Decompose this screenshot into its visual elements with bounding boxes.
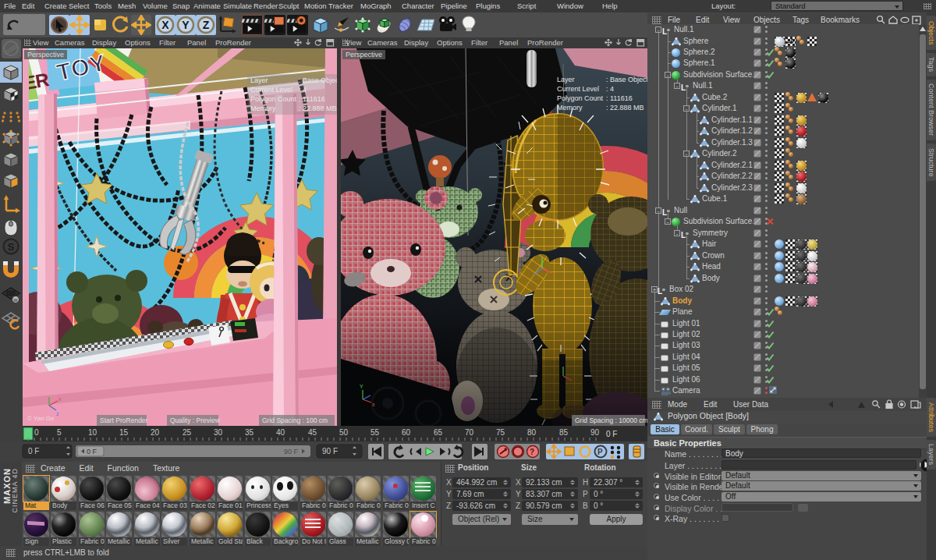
svg-text:30: 30 <box>214 428 223 437</box>
svg-text:0 F: 0 F <box>28 447 39 455</box>
svg-text:15: 15 <box>119 428 129 437</box>
svg-text:: 111616: : 111616 <box>606 94 633 102</box>
svg-text:Current Level: Current Level <box>557 85 599 93</box>
svg-text:x: x <box>58 396 62 402</box>
svg-text:35: 35 <box>245 428 254 437</box>
svg-text:z: z <box>56 411 59 416</box>
svg-text:80: 80 <box>527 428 537 437</box>
svg-text:: 22.888 MB: : 22.888 MB <box>606 104 644 112</box>
svg-text:0 F: 0 F <box>606 430 617 438</box>
svg-text:: Base Object: : Base Object <box>299 76 337 84</box>
svg-text:: 4: : 4 <box>299 86 307 94</box>
svg-text:Grid Spacing : 100 cm: Grid Spacing : 100 cm <box>262 416 328 424</box>
svg-text:Memory: Memory <box>250 105 276 112</box>
svg-text:90: 90 <box>590 428 600 437</box>
svg-text:Current Level: Current Level <box>250 86 292 94</box>
svg-text:Polygon Count: Polygon Count <box>557 94 604 102</box>
svg-text:Y: Y <box>182 19 190 31</box>
svg-text:Grid Spacing : 10000 cm: Grid Spacing : 10000 cm <box>575 416 647 424</box>
svg-text:Start ProRender: Start ProRender <box>100 416 148 424</box>
svg-text:75: 75 <box>496 428 505 437</box>
svg-text:0 F: 0 F <box>87 448 98 455</box>
svg-text:0: 0 <box>34 428 39 437</box>
svg-text:?: ? <box>530 448 534 456</box>
svg-text:65: 65 <box>434 428 443 437</box>
svg-text:Quality : Preview: Quality : Preview <box>170 416 221 424</box>
svg-text:Z: Z <box>203 19 210 31</box>
svg-text:10: 10 <box>88 428 98 437</box>
svg-text:40: 40 <box>276 428 285 437</box>
svg-text:Layer: Layer <box>250 76 268 84</box>
svg-text:S: S <box>8 241 15 253</box>
svg-text:70: 70 <box>465 428 474 437</box>
svg-text:Memory: Memory <box>557 104 583 112</box>
svg-text:5: 5 <box>57 428 62 437</box>
svg-text:90 F: 90 F <box>322 447 338 455</box>
svg-text:45: 45 <box>308 428 317 437</box>
svg-text:: Base Object: : Base Object <box>606 76 647 83</box>
svg-text:© Yan Ge: © Yan Ge <box>27 415 55 422</box>
svg-text:: 4: : 4 <box>606 85 614 93</box>
svg-text:Layer: Layer <box>557 76 575 83</box>
svg-text:20: 20 <box>151 428 160 437</box>
svg-text:50: 50 <box>339 428 349 437</box>
svg-text:: 22.888 MB: : 22.888 MB <box>299 105 337 112</box>
svg-text:Y: Y <box>360 384 363 389</box>
svg-text:X: X <box>161 19 169 31</box>
svg-text:x: x <box>372 402 375 407</box>
svg-text:P: P <box>597 448 603 456</box>
svg-text:60: 60 <box>402 428 411 437</box>
svg-text:55: 55 <box>370 428 380 437</box>
svg-text:: 111616: : 111616 <box>299 95 325 103</box>
svg-text:25: 25 <box>183 428 192 437</box>
svg-text:90 F: 90 F <box>284 448 299 455</box>
svg-text:85: 85 <box>559 428 569 437</box>
svg-text:Polygon Count: Polygon Count <box>250 95 297 103</box>
